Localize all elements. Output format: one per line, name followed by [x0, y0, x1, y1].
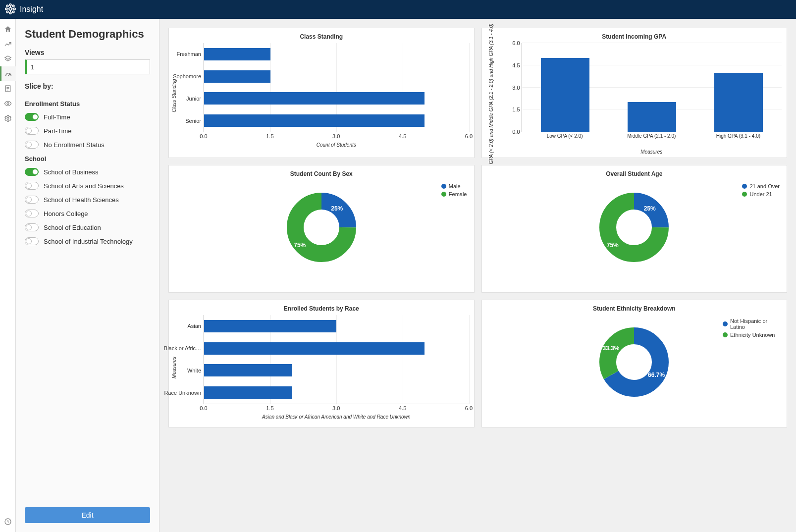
chart-title: Class Standing — [174, 33, 469, 40]
layers-icon[interactable] — [0, 52, 16, 66]
donut-chart: 66.7%33.3% — [592, 320, 676, 404]
category-label: Junior — [186, 96, 204, 102]
clock-icon[interactable] — [0, 514, 16, 529]
plot-area: FreshmanSophomoreJuniorSenior — [204, 43, 469, 132]
axis-tick: 1.5 — [266, 405, 273, 411]
category-label: High GPA (3.1 - 4.0) — [713, 133, 763, 139]
svg-point-0 — [9, 7, 12, 10]
gauge-icon[interactable] — [0, 66, 16, 81]
legend: MaleFemale — [441, 183, 467, 199]
filter-group-label: Enrollment Status — [25, 100, 150, 107]
legend: Not Hispanic or LatinoEthnicity Unknown — [723, 318, 780, 340]
axis-tick: 3.0 — [512, 85, 522, 91]
toggle-switch[interactable] — [25, 182, 39, 190]
toggle-label: School of Health Sciences — [44, 196, 119, 204]
trend-icon[interactable] — [0, 37, 16, 52]
legend-label: Ethnicity Unknown — [730, 332, 775, 338]
svg-point-1 — [9, 3, 11, 5]
bar — [204, 48, 270, 60]
axis-tick: 1.5 — [266, 133, 273, 139]
legend-label: 21 and Over — [749, 183, 780, 189]
filter-toggle-row: School of Arts and Sciences — [25, 180, 150, 191]
bar — [204, 70, 270, 83]
bar — [204, 364, 292, 376]
donut-chart: 25%75% — [279, 185, 364, 269]
category-label: Senior — [185, 118, 204, 124]
y-axis-label: Class Standing — [171, 79, 177, 112]
icon-rail — [0, 19, 16, 532]
toggle-switch[interactable] — [25, 210, 39, 217]
legend-swatch — [441, 184, 446, 189]
toggle-switch[interactable] — [25, 237, 39, 245]
gear-icon[interactable] — [0, 111, 16, 126]
views-label: Views — [25, 49, 150, 56]
plot-area: 0.01.53.04.56.0 — [522, 43, 782, 132]
chart-card: Student Ethnicity BreakdownNot Hispanic … — [481, 300, 788, 427]
legend-item: 21 and Over — [742, 183, 780, 189]
toggle-label: Honors College — [44, 210, 88, 217]
app-logo-icon — [5, 3, 20, 16]
slice-label: 33.3% — [602, 345, 619, 352]
bar — [204, 92, 425, 105]
chart-title: Overall Student Age — [487, 170, 782, 177]
toggle-switch[interactable] — [25, 168, 39, 176]
legend-label: Female — [449, 191, 467, 197]
legend-item: Ethnicity Unknown — [723, 332, 780, 338]
edit-button[interactable]: Edit — [25, 507, 150, 523]
toggle-label: School of Industrial Technology — [44, 238, 133, 245]
home-icon[interactable] — [0, 22, 16, 37]
svg-point-4 — [13, 8, 15, 10]
category-label: Low GPA (< 2.0) — [540, 133, 589, 139]
category-label: Middle GPA (2.1 - 2.0) — [627, 133, 676, 139]
document-icon[interactable] — [0, 81, 16, 96]
filter-toggle-row: School of Health Sciences — [25, 194, 150, 205]
legend-swatch — [441, 192, 446, 197]
legend-item: Not Hispanic or Latino — [723, 318, 780, 330]
x-axis-label: Count of Students — [204, 142, 469, 148]
chart-title: Student Ethnicity Breakdown — [487, 305, 782, 312]
toggle-switch[interactable] — [25, 127, 39, 135]
filter-toggle-row: School of Business — [25, 166, 150, 177]
bar — [714, 73, 763, 132]
svg-point-6 — [12, 5, 14, 7]
svg-point-2 — [9, 12, 11, 14]
filter-toggle-row: School of Education — [25, 222, 150, 233]
slice-label: 75% — [607, 242, 619, 249]
chart-card: Student Incoming GPALow GPA (< 2.0) and … — [481, 28, 788, 158]
slice-label: 25% — [331, 205, 343, 212]
x-axis-label: Measures — [522, 149, 782, 155]
toggle-label: School of Business — [44, 168, 99, 176]
toggle-switch[interactable] — [25, 113, 39, 121]
views-input[interactable]: 1 — [25, 59, 150, 74]
axis-tick: 6.0 — [465, 405, 473, 411]
svg-point-20 — [7, 117, 9, 119]
donut-chart: 25%75% — [592, 185, 676, 269]
legend-item: Under 21 — [742, 191, 780, 197]
topbar: Insight — [0, 0, 796, 19]
chart-title: Student Incoming GPA — [487, 33, 782, 40]
axis-tick: 6.0 — [512, 40, 522, 46]
axis-tick: 4.5 — [399, 405, 406, 411]
toggle-switch[interactable] — [25, 196, 39, 204]
app-title: Insight — [20, 5, 43, 14]
axis-tick: 0.0 — [200, 405, 207, 411]
toggle-switch[interactable] — [25, 223, 39, 231]
y-axis-label: Low GPA (< 2.0) and Middle GPA (2.1 - 2.… — [488, 23, 493, 174]
sidebar: Student Demographics Views 1 Slice by: E… — [16, 19, 159, 532]
category-label: Freshman — [176, 51, 204, 57]
filter-toggle-row: No Enrollment Status — [25, 139, 150, 150]
legend-item: Female — [441, 191, 467, 197]
eye-icon[interactable] — [0, 96, 16, 111]
axis-tick: 3.0 — [332, 133, 340, 139]
legend-swatch — [742, 184, 747, 189]
plot-area: AsianBlack or Afric…WhiteRace Unknown — [204, 315, 469, 404]
toggle-label: School of Arts and Sciences — [44, 182, 124, 190]
page-title: Student Demographics — [25, 28, 150, 41]
toggle-switch[interactable] — [25, 141, 39, 149]
svg-point-5 — [6, 5, 8, 7]
y-axis-label: Measures — [171, 357, 177, 378]
bar — [204, 342, 425, 355]
x-axis-label: Asian and Black or African American and … — [204, 414, 469, 420]
bar — [541, 58, 589, 132]
chart-title: Enrolled Students by Race — [174, 305, 469, 312]
